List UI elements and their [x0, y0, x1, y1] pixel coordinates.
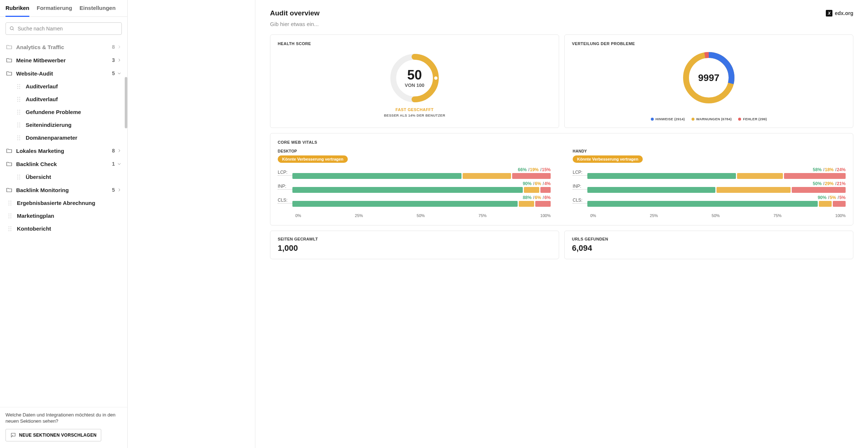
nav-count: 1 — [112, 161, 115, 167]
svg-point-25 — [19, 126, 20, 127]
metric-label: LCP: — [278, 170, 292, 176]
core-web-vitals-card: CORE WEB VITALS DESKTOP Könnte Verbesser… — [270, 133, 853, 225]
page-title: Audit overview — [270, 9, 320, 17]
nav-found-problems[interactable]: Gefundene Probleme — [0, 106, 127, 118]
svg-point-19 — [19, 114, 20, 114]
problems-legend: HINWEISE (2914) WARNUNGEN (6784) FEHLER … — [651, 117, 767, 121]
folder-icon — [6, 44, 12, 50]
metric-inp: INP: 50% /29% /21% — [573, 181, 846, 193]
nav-sub-label: Gefundene Probleme — [26, 109, 81, 115]
health-of: VON 100 — [405, 82, 424, 88]
nav-billing[interactable]: Ergebnisbasierte Abrechnung — [0, 197, 127, 209]
nav-domain-params[interactable]: Domänenparameter — [0, 131, 127, 144]
cwv-head: HANDY — [573, 149, 846, 153]
nav-label: Marketingplan — [17, 213, 54, 219]
domain-indicator: X edx.org — [826, 10, 853, 16]
footer-button-label: NEUE SEKTIONEN VORSCHLAGEN — [19, 433, 96, 438]
search-input[interactable] — [18, 26, 118, 32]
drag-icon — [16, 97, 21, 102]
suggest-sections-button[interactable]: NEUE SEKTIONEN VORSCHLAGEN — [6, 429, 101, 441]
nav-label: Backlink Monitoring — [16, 187, 112, 193]
nav-page-indexing[interactable]: Seitenindizierung — [0, 118, 127, 131]
nav-sub-label: Auditverlauf — [26, 83, 58, 89]
tab-rubriken[interactable]: Rubriken — [6, 5, 29, 17]
svg-point-2 — [17, 84, 18, 85]
nav-list: Analytics & Traffic 8 Meine Mitbewerber … — [0, 40, 127, 407]
svg-point-0 — [10, 27, 13, 30]
nav-local-marketing[interactable]: Lokales Marketing 8 — [0, 144, 127, 157]
legend-hints: HINWEISE (2914) — [656, 117, 685, 121]
drag-icon — [16, 84, 21, 89]
tab-formatierung[interactable]: Formatierung — [37, 5, 72, 16]
nav-label: Kontobericht — [17, 225, 51, 232]
svg-point-52 — [8, 228, 9, 229]
svg-point-37 — [19, 179, 20, 179]
svg-line-1 — [13, 29, 14, 30]
problems-total: 9997 — [681, 50, 736, 105]
svg-point-27 — [19, 135, 20, 136]
chevron-right-icon — [117, 45, 121, 49]
main-content: Audit overview X edx.org Gib hier etwas … — [255, 0, 868, 448]
metric-label: LCP: — [573, 170, 587, 176]
svg-point-50 — [8, 226, 9, 227]
svg-point-39 — [10, 201, 11, 201]
nav-audit-history-2[interactable]: Auditverlauf — [0, 93, 127, 106]
drag-icon — [16, 110, 21, 115]
sidebar-footer: Welche Daten und Integrationen möchtest … — [0, 407, 127, 448]
nav-audit-history-1[interactable]: Auditverlauf — [0, 80, 127, 93]
sidebar-tabs: Rubriken Formatierung Einstellungen — [0, 0, 127, 17]
svg-point-41 — [10, 202, 11, 203]
drag-icon — [16, 135, 21, 140]
subtitle-input[interactable]: Gib hier etwas ein... — [270, 21, 853, 27]
nav-backlink-overview[interactable]: Übersicht — [0, 170, 127, 183]
cwv-head: DESKTOP — [278, 149, 551, 153]
metric-label: CLS: — [573, 198, 587, 203]
stat-title: URLS GEFUNDEN — [572, 237, 846, 241]
metric-lcp: LCP: 58% /18% /24% — [573, 167, 846, 179]
svg-point-49 — [10, 217, 11, 218]
problems-card: VERTEILUNG DER PROBLEME 9997 HINWEISE (2… — [564, 34, 853, 128]
nav-website-audit[interactable]: Website-Audit 5 — [0, 67, 127, 80]
drag-icon — [16, 175, 21, 180]
svg-point-5 — [19, 86, 20, 87]
svg-point-24 — [17, 126, 18, 127]
chevron-down-icon — [117, 162, 121, 166]
legend-warnings: WARNUNGEN (6784) — [696, 117, 732, 121]
search-input-wrap[interactable] — [6, 22, 122, 35]
nav-backlink-check[interactable]: Backlink Check 1 — [0, 157, 127, 170]
svg-point-13 — [19, 101, 20, 102]
svg-point-22 — [17, 124, 18, 125]
nav-backlink-monitoring[interactable]: Backlink Monitoring 5 — [0, 183, 127, 197]
nav-competitors[interactable]: Meine Mitbewerber 3 — [0, 54, 127, 67]
svg-point-36 — [17, 179, 18, 179]
folder-icon — [6, 161, 12, 167]
tab-einstellungen[interactable]: Einstellungen — [80, 5, 116, 16]
svg-point-46 — [8, 215, 9, 216]
svg-point-6 — [17, 88, 18, 89]
nav-label: Meine Mitbewerber — [16, 57, 112, 63]
svg-point-43 — [10, 205, 11, 205]
metric-cls: CLS: 90% /5% /5% — [573, 195, 846, 207]
svg-point-53 — [10, 228, 11, 229]
metric-label: INP: — [573, 184, 587, 190]
nav-count: 3 — [112, 57, 115, 63]
scrollbar-thumb[interactable] — [125, 77, 127, 128]
svg-point-42 — [8, 205, 9, 205]
svg-point-35 — [19, 176, 20, 177]
metric-inp: INP: 90% /6% /4% — [278, 181, 551, 193]
cwv-desktop: DESKTOP Könnte Verbesserung vertragen LC… — [278, 149, 551, 218]
health-gauge: 50 VON 100 — [389, 52, 440, 104]
svg-point-23 — [19, 124, 20, 125]
nav-analytics[interactable]: Analytics & Traffic 8 — [0, 40, 127, 54]
comment-icon — [10, 432, 16, 438]
legend-dot-yellow — [692, 118, 694, 121]
nav-marketing-plan[interactable]: Marketingplan — [0, 209, 127, 222]
nav-account-report[interactable]: Kontobericht — [0, 222, 127, 235]
footer-prompt: Welche Daten und Integrationen möchtest … — [6, 412, 122, 425]
card-title: CORE WEB VITALS — [278, 140, 846, 144]
svg-point-15 — [19, 110, 20, 110]
problems-donut: 9997 — [681, 50, 736, 105]
cwv-axis: 0%25%50%75%100% — [278, 213, 551, 218]
stat-title: SEITEN GECRAWLT — [278, 237, 551, 241]
stat-value: 1,000 — [278, 243, 551, 253]
